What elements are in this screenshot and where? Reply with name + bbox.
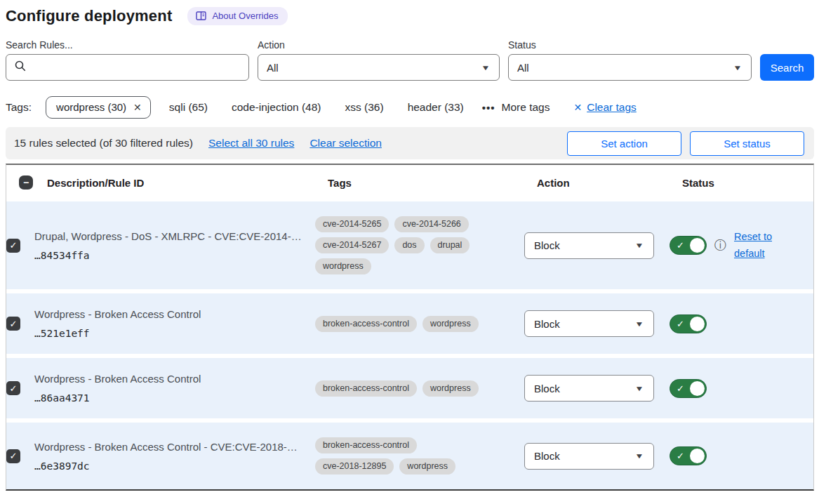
tag-pill: wordpress [422,316,479,332]
tag-pill: wordpress [399,458,455,475]
selected-tag-label: wordpress (30) [56,101,126,113]
rule-status-cell: ✓ [670,446,813,465]
rule-status-toggle[interactable]: ✓ [670,379,707,398]
chevron-down-icon: ▼ [634,452,644,460]
search-icon [15,60,26,74]
rule-action-select[interactable]: Block ▼ [524,375,654,402]
tag-pill: wordpress [422,380,479,397]
chevron-down-icon: ▼ [733,64,742,72]
clear-tags-label: Clear tags [587,101,637,114]
table-row: ✓ Wordpress - Broken Access Control - CV… [6,423,813,489]
rule-action-value: Block [534,239,560,251]
selected-tag-chip[interactable]: wordpress (30) ✕ [46,96,151,119]
about-overrides-badge[interactable]: About Overrides [187,7,288,25]
rule-id: …86aa4371 [34,392,315,404]
row-checkbox[interactable]: ✓ [6,449,20,463]
page-header: Configure deployment About Overrides [6,7,814,25]
info-icon[interactable]: ⓘ [714,239,726,251]
clear-tags-link[interactable]: ✕ Clear tags [573,101,636,114]
table-row: ✓ Wordpress - Broken Access Control …521… [6,293,813,354]
search-input[interactable] [32,62,240,73]
rule-tags: broken-access-controlcve-2018-12895wordp… [315,437,498,475]
rule-description: Wordpress - Broken Access Control [34,373,315,385]
more-tags-label: More tags [502,101,550,114]
rule-description-cell: Wordpress - Broken Access Control …86aa4… [34,373,315,404]
rule-status-toggle[interactable]: ✓ [670,236,707,255]
rule-action-cell: Block ▼ [524,232,670,259]
rule-action-select[interactable]: Block ▼ [524,310,654,337]
tag-option[interactable]: header (33) [408,101,464,114]
rule-action-value: Block [534,383,560,394]
search-label: Search Rules... [6,39,249,51]
rule-action-select[interactable]: Block ▼ [524,443,654,470]
row-checkbox[interactable]: ✓ [6,381,20,395]
tag-pill: wordpress [315,258,371,274]
rule-status-toggle[interactable]: ✓ [670,446,707,465]
check-icon: ✓ [677,319,684,329]
set-status-button[interactable]: Set status [690,131,804,156]
book-icon [196,11,206,20]
tag-option[interactable]: code-injection (48) [232,101,321,114]
close-icon[interactable]: ✕ [133,102,142,113]
tag-pill: cve-2014-5267 [315,237,389,253]
rule-status-toggle[interactable]: ✓ [670,314,707,333]
rule-tags: cve-2014-5265cve-2014-5266cve-2014-5267d… [315,216,498,274]
tag-pill: broken-access-control [315,380,417,397]
row-checkbox[interactable]: ✓ [6,317,20,331]
rule-description: Drupal, Wordpress - DoS - XMLRPC - CVE:C… [34,230,315,242]
tag-pill: drupal [430,237,470,253]
column-header-description: Description/Rule ID [47,177,328,189]
tag-list: sqli (65)code-injection (48)xss (36)head… [169,101,464,114]
selection-bar: 15 rules selected (of 30 filtered rules)… [6,127,814,159]
toggle-knob [690,449,705,463]
reset-to-default-link[interactable]: Reset to default [734,229,779,263]
rule-tags: broken-access-controlwordpress [315,316,498,332]
select-all-checkbox[interactable]: − [19,175,33,190]
rule-description-cell: Wordpress - Broken Access Control - CVE:… [34,441,315,472]
select-all-link[interactable]: Select all 30 rules [208,137,294,150]
column-header-tags: Tags [328,177,537,189]
status-filter-label: Status [508,39,752,51]
filter-bar: Search Rules... Action All ▼ Status All … [6,39,814,81]
tag-pill: broken-access-control [315,437,417,453]
chevron-down-icon: ▼ [634,241,644,249]
check-icon: ✓ [677,384,684,393]
action-filter-label: Action [258,39,500,51]
rule-action-cell: Block ▼ [524,310,670,337]
search-input-box[interactable] [6,54,249,81]
rule-description-cell: Wordpress - Broken Access Control …521e1… [34,308,315,339]
rule-description-cell: Drupal, Wordpress - DoS - XMLRPC - CVE:C… [34,230,315,261]
rule-action-value: Block [534,450,560,462]
status-filter-select[interactable]: All ▼ [508,54,752,81]
rule-id: …521e1eff [34,328,315,339]
search-button[interactable]: Search [760,54,814,81]
rule-id: …6e3897dc [34,460,315,472]
configure-deployment-page: Configure deployment About Overrides Sea… [0,0,819,504]
chevron-down-icon: ▼ [634,385,644,392]
rule-description: Wordpress - Broken Access Control - CVE:… [34,441,315,453]
more-tags-button[interactable]: ••• More tags [482,101,550,114]
action-filter-select[interactable]: All ▼ [258,54,500,81]
rule-status-cell: ✓ ⓘReset to default [670,229,813,263]
page-title: Configure deployment [6,7,172,25]
ellipsis-icon: ••• [482,102,495,114]
chevron-down-icon: ▼ [634,320,644,328]
tag-option[interactable]: sqli (65) [169,101,208,114]
rule-description: Wordpress - Broken Access Control [34,308,315,320]
chevron-down-icon: ▼ [481,64,490,72]
tags-label: Tags: [6,101,32,114]
status-filter-value: All [517,62,529,74]
clear-selection-link[interactable]: Clear selection [309,137,382,150]
row-checkbox[interactable]: ✓ [6,239,20,253]
check-icon: ✓ [677,451,684,460]
rules-table: − Description/Rule ID Tags Action Status… [6,164,814,491]
tag-pill: cve-2018-12895 [315,458,394,475]
toggle-knob [690,381,705,396]
rule-status-cell: ✓ [670,314,813,333]
table-header-row: − Description/Rule ID Tags Action Status [6,165,813,200]
tag-option[interactable]: xss (36) [345,101,384,114]
rule-action-select[interactable]: Block ▼ [524,232,654,259]
table-row: ✓ Wordpress - Broken Access Control …86a… [6,358,813,418]
rule-tags: broken-access-controlwordpress [315,380,498,397]
set-action-button[interactable]: Set action [567,131,681,156]
